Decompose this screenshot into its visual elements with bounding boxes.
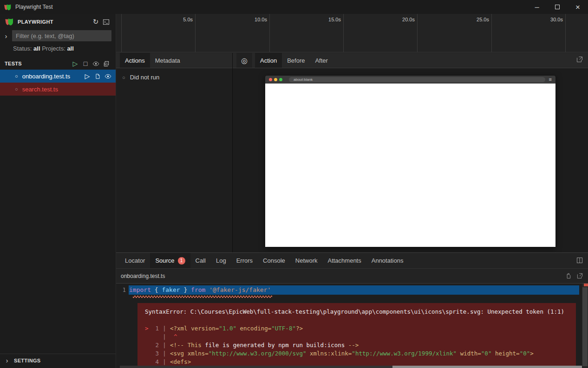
- tab-metadata[interactable]: Metadata: [150, 53, 185, 68]
- settings-title: SETTINGS: [14, 358, 40, 363]
- title-bar: Playwright Test ─ ×: [0, 0, 588, 14]
- tab-after[interactable]: After: [310, 53, 333, 68]
- timeline[interactable]: 5.0s 10.0s 15.0s 20.0s 25.0s 30.0s: [116, 14, 588, 52]
- open-file-external-button[interactable]: [576, 272, 583, 279]
- test-file-search[interactable]: ○ search.test.ts: [0, 83, 116, 96]
- error-frame-line: 2|<!-- This file is generated by npm run…: [145, 341, 568, 349]
- details-tabbar: Locator Source 1 Call Log Errors Console…: [116, 253, 588, 268]
- error-frame-line: 3|<svg xmlns="http://www.w3.org/2000/svg…: [145, 349, 568, 358]
- browser-chrome: about:blank ≡: [265, 76, 555, 84]
- timeline-gridline: [195, 14, 196, 52]
- timeline-tick: 10.0s: [239, 17, 267, 22]
- test-status-icon: ○: [15, 73, 18, 79]
- actions-tabbar: Actions Metadata: [116, 53, 232, 68]
- test-file-name: onboarding.test.ts: [22, 73, 82, 80]
- chevron-right-icon: ›: [0, 357, 14, 364]
- browser-snapshot: about:blank ≡: [265, 76, 555, 247]
- stop-button[interactable]: □: [80, 59, 91, 68]
- stop-icon: □: [84, 60, 87, 67]
- watch-test-button[interactable]: [103, 71, 113, 81]
- timeline-tick: 15.0s: [313, 17, 341, 22]
- open-snapshot-external-button[interactable]: [576, 56, 583, 63]
- timeline-gridline: [121, 14, 122, 52]
- timeline-gridline: [417, 14, 418, 52]
- watch-all-button[interactable]: [91, 59, 101, 68]
- pick-locator-button[interactable]: ◎: [236, 53, 252, 68]
- tab-attachments[interactable]: Attachments: [322, 253, 366, 268]
- collapse-all-icon: [103, 60, 110, 67]
- tab-log[interactable]: Log: [211, 253, 231, 268]
- toggle-split-view-button[interactable]: [576, 257, 583, 264]
- tests-title: TESTS: [5, 61, 22, 66]
- source-code-viewer[interactable]: 1 import { faker } from '@faker-js/faker…: [116, 284, 588, 368]
- timeline-gridline: [269, 14, 270, 52]
- status-value[interactable]: all: [33, 45, 40, 52]
- filter-input[interactable]: [12, 30, 111, 41]
- terminal-button[interactable]: [101, 17, 111, 27]
- actions-empty-state: ○ Did not run: [116, 74, 232, 81]
- source-filename: onboarding.test.ts: [121, 273, 165, 279]
- timeline-gridline: [491, 14, 492, 52]
- timeline-tick: 25.0s: [461, 17, 489, 22]
- vertical-scrollbar-thumb[interactable]: [582, 287, 588, 366]
- tab-network[interactable]: Network: [290, 253, 323, 268]
- copy-icon: [565, 272, 572, 279]
- code-line-1: 1 import { faker } from '@faker-js/faker…: [116, 285, 588, 295]
- tab-source[interactable]: Source 1: [150, 253, 190, 268]
- close-button[interactable]: ×: [568, 0, 588, 14]
- source-file-bar: onboarding.test.ts: [116, 268, 588, 284]
- projects-value[interactable]: all: [67, 45, 73, 52]
- tab-actions[interactable]: Actions: [120, 53, 150, 68]
- tab-errors[interactable]: Errors: [231, 253, 258, 268]
- status-label: Status:: [13, 45, 32, 52]
- tab-before[interactable]: Before: [282, 53, 310, 68]
- snapshot-tabbar: ◎ Action Before After: [233, 53, 588, 68]
- test-row-actions: ▷: [82, 71, 113, 81]
- split-view-icon: [576, 257, 583, 264]
- run-test-button[interactable]: ▷: [82, 71, 92, 81]
- collapse-all-button[interactable]: [101, 59, 111, 68]
- eye-icon: [92, 60, 99, 67]
- source-file-icon: [94, 73, 101, 80]
- play-icon: ▷: [85, 72, 90, 80]
- traffic-light-maximize-icon: [279, 78, 282, 81]
- tab-console[interactable]: Console: [258, 253, 290, 268]
- tab-locator[interactable]: Locator: [120, 253, 150, 268]
- eye-icon: [105, 73, 111, 80]
- browser-menu-icon: ≡: [549, 77, 552, 82]
- sidebar: PLAYWRIGHT ↻ › Status: all Projects: all…: [0, 14, 116, 368]
- filter-row: ›: [0, 30, 116, 41]
- timeline-tick: 20.0s: [387, 17, 415, 22]
- run-all-button[interactable]: ▷: [70, 59, 80, 68]
- timeline-tick: 5.0s: [165, 17, 193, 22]
- sidebar-header: PLAYWRIGHT ↻: [0, 15, 116, 29]
- playwright-test-window: Playwright Test ─ × PLAYWRIGHT ↻: [0, 0, 588, 368]
- open-source-button[interactable]: [92, 71, 103, 81]
- line-number: 1: [116, 285, 129, 295]
- minimize-button[interactable]: ─: [527, 0, 547, 14]
- refresh-button[interactable]: ↻: [91, 17, 101, 27]
- timeline-tick: 30.0s: [535, 17, 563, 22]
- page-content: [265, 84, 555, 247]
- vertical-scrollbar[interactable]: [582, 284, 588, 368]
- traffic-light-close-icon: [269, 78, 272, 81]
- chevron-right-icon[interactable]: ›: [0, 32, 12, 40]
- error-frame-line: >1|<?xml version="1.0" encoding="UTF-8"?…: [145, 324, 568, 333]
- popout-icon: [576, 272, 583, 279]
- tab-annotations[interactable]: Annotations: [366, 253, 409, 268]
- tab-call[interactable]: Call: [190, 253, 211, 268]
- settings-section-header[interactable]: › SETTINGS: [0, 354, 116, 367]
- tab-action[interactable]: Action: [255, 53, 282, 68]
- horizontal-scrollbar-thumb[interactable]: [392, 366, 582, 368]
- projects-label: Projects:: [42, 45, 65, 52]
- maximize-icon: [555, 5, 560, 9]
- test-file-onboarding[interactable]: ○ onboarding.test.ts ▷: [0, 70, 116, 83]
- overview-error-marker: [584, 284, 588, 286]
- test-file-name: search.test.ts: [22, 86, 116, 93]
- syntax-error-panel: SyntaxError: C:\Courses\EpicWeb\full-sta…: [137, 303, 576, 368]
- address-bar: about:blank: [289, 77, 545, 82]
- traffic-light-minimize-icon: [274, 78, 277, 81]
- copy-path-button[interactable]: [565, 272, 572, 279]
- maximize-button[interactable]: [547, 0, 568, 14]
- snapshot-pane: ◎ Action Before After: [233, 53, 588, 252]
